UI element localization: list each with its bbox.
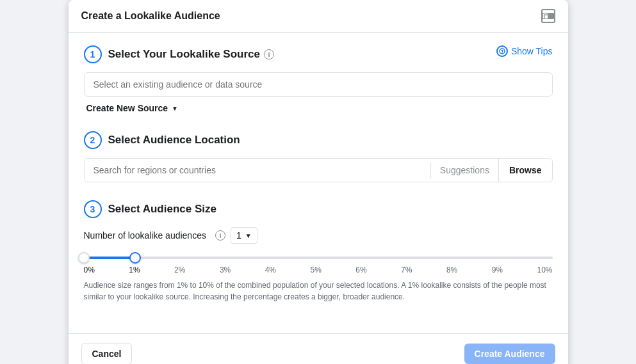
create-new-source-button[interactable]: Create New Source ▼ xyxy=(86,103,553,113)
slider-thumb-left[interactable] xyxy=(78,252,90,264)
count-info-icon[interactable]: i xyxy=(215,230,225,241)
count-dropdown-icon: ▼ xyxy=(245,232,252,239)
count-select[interactable]: 1 ▼ xyxy=(231,227,257,244)
slider-label-0: 0% xyxy=(84,265,95,274)
slider-label-9: 9% xyxy=(492,265,503,274)
slider-label-4: 4% xyxy=(265,265,276,274)
window-icon[interactable] xyxy=(541,9,555,23)
slider-label-1: 1% xyxy=(129,265,140,274)
dropdown-arrow-icon: ▼ xyxy=(172,105,178,112)
tips-circle-icon xyxy=(496,45,508,57)
section-3: 3 Select Audience Size Number of lookali… xyxy=(84,200,553,303)
slider-label-7: 7% xyxy=(401,265,412,274)
create-audience-button[interactable]: Create Audience xyxy=(464,344,555,364)
modal-footer: Cancel Create Audience xyxy=(69,333,568,364)
section-1-info-icon[interactable]: i xyxy=(264,49,274,59)
slider-label-8: 8% xyxy=(446,265,457,274)
count-value: 1 xyxy=(236,230,241,241)
section-2-header: 2 Select Audience Location xyxy=(84,131,553,149)
section-3-title: Select Audience Size xyxy=(108,203,216,216)
section-3-header: 3 Select Audience Size xyxy=(84,200,553,218)
slider-thumb-right[interactable] xyxy=(129,252,141,264)
modal-body: 1 Select Your Lookalike Source i Show Ti… xyxy=(69,33,568,333)
create-new-source-label: Create New Source xyxy=(86,103,168,113)
svg-rect-1 xyxy=(544,15,548,19)
modal-header: Create a Lookalike Audience xyxy=(69,0,568,33)
modal-title: Create a Lookalike Audience xyxy=(81,10,220,22)
step-1-circle: 1 xyxy=(84,45,102,63)
browse-button[interactable]: Browse xyxy=(499,159,552,182)
slider-label-6: 6% xyxy=(355,265,366,274)
section-2: 2 Select Audience Location Suggestions B… xyxy=(84,131,553,182)
slider-labels: 0% 1% 2% 3% 4% 5% 6% 7% 8% 9% 10% xyxy=(84,265,553,274)
section-2-title: Select Audience Location xyxy=(108,134,240,146)
section-1-header: 1 Select Your Lookalike Source i xyxy=(84,45,274,63)
location-input[interactable] xyxy=(85,159,430,182)
slider-label-2: 2% xyxy=(174,265,185,274)
slider-label-10: 10% xyxy=(537,265,552,274)
slider-fill xyxy=(84,257,136,259)
source-input[interactable] xyxy=(84,72,553,97)
audience-note: Audience size ranges from 1% to 10% of t… xyxy=(84,280,553,303)
section-1: 1 Select Your Lookalike Source i Show Ti… xyxy=(84,45,553,113)
slider-track xyxy=(84,257,553,259)
modal-container: Create a Lookalike Audience 1 Select You… xyxy=(69,0,568,364)
slider-label-5: 5% xyxy=(310,265,321,274)
section-1-title: Select Your Lookalike Source xyxy=(108,48,260,61)
suggestions-button[interactable]: Suggestions xyxy=(431,159,498,182)
slider-label-3: 3% xyxy=(220,265,231,274)
step-3-circle: 3 xyxy=(84,200,102,218)
show-tips-button[interactable]: Show Tips xyxy=(496,45,553,57)
svg-point-3 xyxy=(501,52,502,53)
audience-count-row: Number of lookalike audiences i 1 ▼ xyxy=(84,227,553,244)
step-2-circle: 2 xyxy=(84,131,102,149)
audience-size-slider[interactable] xyxy=(84,257,553,259)
location-search-row: Suggestions Browse xyxy=(84,158,553,182)
show-tips-label: Show Tips xyxy=(511,46,553,56)
count-label: Number of lookalike audiences xyxy=(84,230,206,241)
cancel-button[interactable]: Cancel xyxy=(81,343,133,364)
